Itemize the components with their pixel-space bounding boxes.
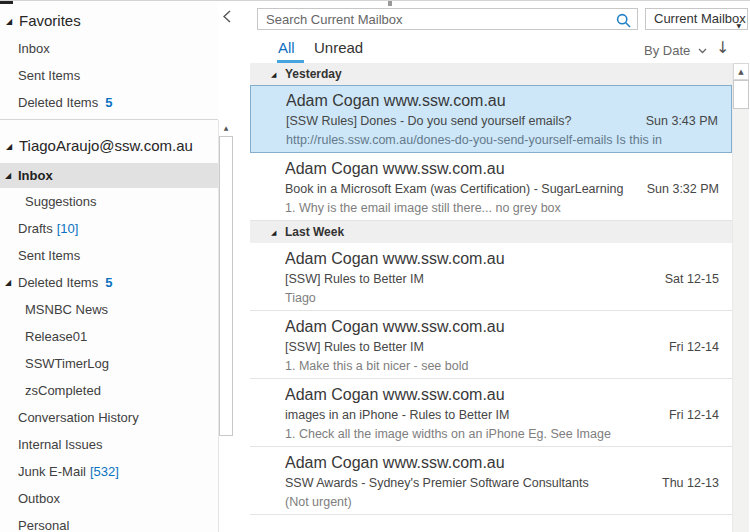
email-subject: Book in a Microsoft Exam (was Certificat… bbox=[285, 181, 637, 198]
scrollbar-thumb[interactable] bbox=[219, 136, 233, 436]
email-date: Sat 12-15 bbox=[665, 271, 719, 288]
filter-tab-row: All Unread By Date ↓ bbox=[250, 36, 732, 63]
folder-label: MSNBC News bbox=[25, 302, 108, 317]
folder-label: Junk E-Mail bbox=[18, 464, 86, 479]
email-subject: images in an iPhone - Rules to Better IM bbox=[285, 407, 659, 424]
sidebar-item-favorites-sent-items[interactable]: Sent Items bbox=[0, 62, 218, 89]
collapse-triangle-icon[interactable]: ◢ bbox=[5, 269, 18, 296]
sidebar-item-sswtimerlog[interactable]: SSWTimerLog bbox=[0, 350, 218, 377]
sidebar-item-personal[interactable]: Personal bbox=[0, 512, 218, 532]
mail-list-panel: Current Mailbox ▼ All Unread By Date ↓ ◢… bbox=[250, 2, 750, 532]
search-icon[interactable] bbox=[615, 12, 632, 29]
email-subject: [SSW] Rules to Better IM bbox=[285, 339, 659, 356]
sidebar-item-release01[interactable]: Release01 bbox=[0, 323, 218, 350]
email-row[interactable]: Adam Cogan www.ssw.com.au images in an i… bbox=[250, 379, 732, 447]
unread-count-badge: 5 bbox=[105, 275, 112, 290]
unread-count-badge: 5 bbox=[105, 95, 112, 110]
email-sender: Adam Cogan www.ssw.com.au bbox=[285, 384, 719, 406]
email-sender: Adam Cogan www.ssw.com.au bbox=[286, 90, 718, 112]
email-date: Sun 3:43 PM bbox=[646, 113, 718, 130]
scope-label: Current Mailbox bbox=[654, 11, 746, 26]
scroll-up-icon[interactable]: ▲ bbox=[733, 63, 749, 80]
folder-label: Personal bbox=[18, 518, 69, 532]
group-label: Yesterday bbox=[285, 67, 342, 81]
group-label: Last Week bbox=[285, 225, 344, 239]
sort-by-label: By Date bbox=[644, 43, 690, 58]
folder-pane-scrollbar[interactable]: ▲ bbox=[218, 120, 233, 532]
folder-label: Deleted Items bbox=[18, 95, 98, 110]
sidebar-item-internal-issues[interactable]: Internal Issues bbox=[0, 431, 218, 458]
email-row[interactable]: Adam Cogan www.ssw.com.au Book in a Micr… bbox=[250, 153, 732, 221]
email-sender: Adam Cogan www.ssw.com.au bbox=[285, 316, 719, 338]
folder-label: Suggestions bbox=[25, 194, 97, 209]
email-date: Fri 12-14 bbox=[669, 339, 719, 356]
chevron-down-icon: ▼ bbox=[736, 16, 741, 36]
folder-label: Deleted Items bbox=[18, 275, 98, 290]
sidebar-item-msnbc-news[interactable]: MSNBC News bbox=[0, 296, 218, 323]
scrollbar-thumb[interactable] bbox=[733, 80, 749, 109]
mailbox-scope-dropdown[interactable]: Current Mailbox ▼ bbox=[645, 8, 748, 30]
sidebar-item-junk-email[interactable]: Junk E-Mail[532] bbox=[0, 458, 218, 485]
chevron-down-icon bbox=[698, 48, 707, 54]
email-preview: Tiago bbox=[285, 289, 719, 307]
collapse-triangle-icon[interactable]: ◢ bbox=[6, 8, 19, 36]
scroll-up-icon[interactable]: ▲ bbox=[219, 120, 233, 135]
email-preview: 1. Check all the image widths on an iPho… bbox=[285, 425, 719, 443]
email-date: Sun 3:32 PM bbox=[647, 181, 719, 198]
window-edge-artifact bbox=[0, 1, 13, 4]
sidebar-item-conversation-history[interactable]: Conversation History bbox=[0, 404, 218, 431]
tab-all[interactable]: All bbox=[278, 39, 295, 56]
sidebar-item-zscompleted[interactable]: zsCompleted bbox=[0, 377, 218, 404]
sort-direction-icon[interactable]: ↓ bbox=[716, 38, 729, 57]
outlook-mail-window: ◢Favorites Inbox Sent Items Deleted Item… bbox=[0, 0, 750, 532]
email-date: Thu 12-13 bbox=[662, 475, 719, 492]
sidebar-item-inbox[interactable]: ◢Inbox bbox=[0, 163, 218, 188]
collapse-triangle-icon[interactable]: ◢ bbox=[6, 133, 19, 161]
collapse-triangle-icon[interactable]: ◢ bbox=[5, 163, 18, 188]
favorites-section-header[interactable]: ◢Favorites bbox=[0, 7, 218, 35]
favorites-header-label: Favorites bbox=[19, 12, 81, 29]
item-count-badge: [532] bbox=[90, 464, 119, 479]
sidebar-item-deleted-items[interactable]: ◢Deleted Items5 bbox=[0, 269, 218, 296]
collapse-triangle-icon[interactable]: ◢ bbox=[271, 222, 285, 244]
folder-label: Sent Items bbox=[18, 248, 80, 263]
folder-label: Drafts bbox=[18, 221, 53, 236]
group-header-last-week[interactable]: ◢Last Week bbox=[250, 221, 732, 243]
email-subject: [SSW] Rules to Better IM bbox=[285, 271, 655, 288]
email-list: ◢Yesterday Adam Cogan www.ssw.com.au [SS… bbox=[250, 63, 732, 532]
folder-label: SSWTimerLog bbox=[25, 356, 109, 371]
search-input[interactable] bbox=[258, 9, 637, 29]
sidebar-item-drafts[interactable]: Drafts[10] bbox=[0, 215, 218, 242]
email-sender: Adam Cogan www.ssw.com.au bbox=[285, 248, 719, 270]
sidebar-section-divider bbox=[0, 119, 218, 120]
email-sender: Adam Cogan www.ssw.com.au bbox=[285, 452, 719, 474]
sort-by-dropdown[interactable]: By Date bbox=[644, 43, 707, 58]
email-date: Fri 12-14 bbox=[669, 407, 719, 424]
tab-unread[interactable]: Unread bbox=[314, 39, 363, 56]
email-row[interactable]: Adam Cogan www.ssw.com.au SSW Awards - S… bbox=[250, 447, 732, 515]
folder-label: zsCompleted bbox=[25, 383, 101, 398]
minimize-folder-pane-icon[interactable] bbox=[219, 8, 235, 24]
email-row[interactable]: Adam Cogan www.ssw.com.au [SSW] Rules to… bbox=[250, 311, 732, 379]
folder-label: Inbox bbox=[18, 168, 53, 183]
email-list-scrollbar[interactable]: ▲ bbox=[732, 63, 749, 532]
sidebar-item-favorites-deleted-items[interactable]: Deleted Items5 bbox=[0, 89, 218, 116]
collapse-triangle-icon[interactable]: ◢ bbox=[271, 64, 285, 86]
group-header-yesterday[interactable]: ◢Yesterday bbox=[250, 63, 732, 85]
pane-splitter-handle[interactable] bbox=[388, 1, 392, 6]
email-row-selected[interactable]: Adam Cogan www.ssw.com.au [SSW Rules] Do… bbox=[250, 85, 732, 153]
folder-label: Release01 bbox=[25, 329, 87, 344]
chevron-left-icon bbox=[223, 10, 231, 23]
folder-label: Internal Issues bbox=[18, 437, 103, 452]
sidebar-item-favorites-inbox[interactable]: Inbox bbox=[0, 35, 218, 62]
sidebar-item-sent-items[interactable]: Sent Items bbox=[0, 242, 218, 269]
email-row[interactable]: Adam Cogan www.ssw.com.au [SSW] Rules to… bbox=[250, 243, 732, 311]
account-section-header[interactable]: ◢TiagoAraujo@ssw.com.au bbox=[0, 132, 218, 160]
sidebar-item-suggestions[interactable]: Suggestions bbox=[0, 188, 218, 215]
sidebar-item-outbox[interactable]: Outbox bbox=[0, 485, 218, 512]
email-preview: http://rules.ssw.com.au/dones-do-you-sen… bbox=[286, 131, 718, 149]
search-box[interactable] bbox=[257, 8, 638, 30]
item-count-badge: [10] bbox=[57, 221, 79, 236]
account-header-label: TiagoAraujo@ssw.com.au bbox=[19, 137, 193, 154]
folder-label: Sent Items bbox=[18, 68, 80, 83]
